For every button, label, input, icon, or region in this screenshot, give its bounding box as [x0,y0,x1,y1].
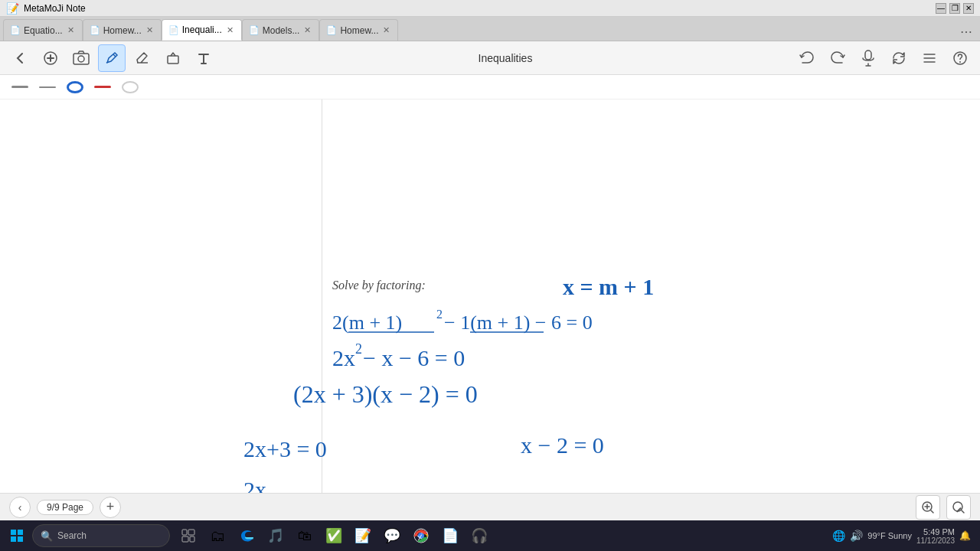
page-indicator: 9/9 Page [37,500,93,515]
tab-label: Homew... [103,25,142,36]
brush-red[interactable] [92,80,113,95]
toolbar-right [793,44,974,72]
svg-rect-3 [168,56,178,64]
taskbar-app-todo[interactable]: ✅ [320,522,348,549]
search-icon: 🔍 [41,530,53,542]
more-tabs-button[interactable]: ⋯ [956,24,977,39]
tab-inequalities[interactable]: 📄 Inequali... ✕ [162,19,242,41]
taskbar-app-edge[interactable] [233,522,260,549]
taskbar-app-metamoji[interactable]: 📝 [349,522,377,549]
tab-label: Inequali... [182,24,222,35]
taskbar-apps: 🗂 🎵 🛍 ✅ 📝 💬 📄 🎧 [175,522,493,549]
taskbar-app-store[interactable]: 🛍 [291,522,318,549]
svg-rect-4 [865,51,871,60]
brush-gray[interactable] [119,80,141,95]
taskbar-app-spotify[interactable]: 🎧 [466,522,493,549]
taskbar-app-taskview[interactable] [175,522,202,549]
taskbar-app-acrobat[interactable]: 📄 [436,522,464,549]
svg-point-8 [953,502,962,511]
tab-icon: 📄 [249,25,260,35]
window-controls: — ❐ ✕ [936,3,974,14]
taskbar-app-teams[interactable]: 💬 [378,522,406,549]
help-button[interactable] [946,44,974,72]
weather-display: 99°F Sunny [867,531,912,540]
tab-icon: 📄 [90,25,100,35]
svg-rect-13 [18,536,23,542]
math-line2-prefix: 2x [332,345,355,370]
prev-page-button[interactable]: ‹ [9,497,31,518]
brush-medium[interactable] [37,80,58,95]
taskbar: 🔍 Search 🗂 🎵 🛍 ✅ 📝 💬 📄 🎧 🌐 🔊 99°F Sunny … [0,520,980,551]
tab-label: Equatio... [24,25,63,36]
menu-button[interactable] [916,44,943,72]
eraser-button[interactable] [129,44,156,72]
math-line1: 2(m + 1) [332,311,402,334]
taskbar-app-explorer[interactable]: 🗂 [204,522,231,549]
notification-icon[interactable]: 🔔 [959,530,971,541]
add-page-button-bottom[interactable]: + [100,497,121,518]
microphone-button[interactable] [854,44,882,72]
tab-close-inequalities[interactable]: ✕ [225,25,235,35]
math-line4b: x − 2 = 0 [521,432,604,458]
brush-thin[interactable] [9,80,31,95]
taskbar-search-box[interactable]: 🔍 Search [32,524,170,547]
app-icon: 📝 [6,2,19,15]
svg-rect-17 [190,536,194,542]
tab-label: Homew... [340,25,378,36]
canvas-area[interactable]: Solve by factoring: x = m + 1 2(m + 1) 2… [0,99,980,493]
tab-homework2[interactable]: 📄 Homew... ✕ [319,19,398,41]
zoom-in-button[interactable] [916,495,940,520]
text-button[interactable] [190,44,217,72]
system-clock[interactable]: 5:49 PM 11/12/2023 [916,527,955,545]
title-bar-title: MetaMoJi Note [24,3,936,14]
search-text: Search [57,530,87,541]
taskbar-app-media[interactable]: 🎵 [262,522,289,549]
tab-equatio[interactable]: 📄 Equatio... ✕ [3,19,83,41]
math-line1-rest: − 1(m + 1) − 6 = 0 [444,311,593,334]
capture-button[interactable] [67,44,95,72]
sync-button[interactable] [885,44,913,72]
restore-button[interactable]: ❐ [949,3,960,14]
math-line4a: 2x+3 = 0 [243,436,327,461]
volume-icon: 🔊 [850,530,863,542]
tab-label: Models... [263,25,300,36]
taskbar-app-chrome[interactable] [407,522,435,549]
brush-palette [0,75,980,99]
math-canvas: Solve by factoring: x = m + 1 2(m + 1) 2… [0,176,980,493]
bottom-right-controls [916,495,971,520]
tab-icon: 📄 [10,25,21,35]
bottom-bar: ‹ 9/9 Page + [0,493,980,520]
substitution-text: x = m + 1 [563,274,654,299]
svg-rect-16 [182,536,188,542]
back-button[interactable] [6,44,34,72]
minimize-button[interactable]: — [936,3,946,14]
shapes-button[interactable] [159,44,187,72]
tab-close-homework2[interactable]: ✕ [381,25,391,35]
math-line5: 2x [243,477,266,493]
svg-rect-11 [18,530,23,535]
add-page-button[interactable] [37,44,64,72]
brush-thick-selected[interactable] [64,80,86,95]
tab-close-equatio[interactable]: ✕ [66,25,76,35]
tab-close-homework1[interactable]: ✕ [145,25,155,35]
undo-button[interactable] [793,44,821,72]
tab-homework1[interactable]: 📄 Homew... ✕ [83,19,162,41]
redo-button[interactable] [824,44,851,72]
svg-rect-15 [188,530,194,535]
start-button[interactable] [3,522,31,549]
svg-rect-14 [182,530,187,535]
close-button[interactable]: ✕ [963,3,974,14]
tab-models[interactable]: 📄 Models... ✕ [242,19,320,41]
svg-rect-1 [74,54,89,64]
math-line2-rest: − x − 6 = 0 [363,345,465,370]
math-line2-exp: 2 [355,341,362,357]
document-title: Inequalities [220,52,790,64]
zoom-out-button[interactable] [946,495,971,520]
pen-button[interactable] [98,44,126,72]
system-tray: 🌐 🔊 99°F Sunny 5:49 PM 11/12/2023 🔔 [832,527,977,545]
main-toolbar: Inequalities [0,41,980,75]
title-bar: 📝 MetaMoJi Note — ❐ ✕ [0,0,980,17]
tab-close-models[interactable]: ✕ [302,25,312,35]
tab-icon: 📄 [326,25,337,35]
svg-point-2 [78,56,84,62]
